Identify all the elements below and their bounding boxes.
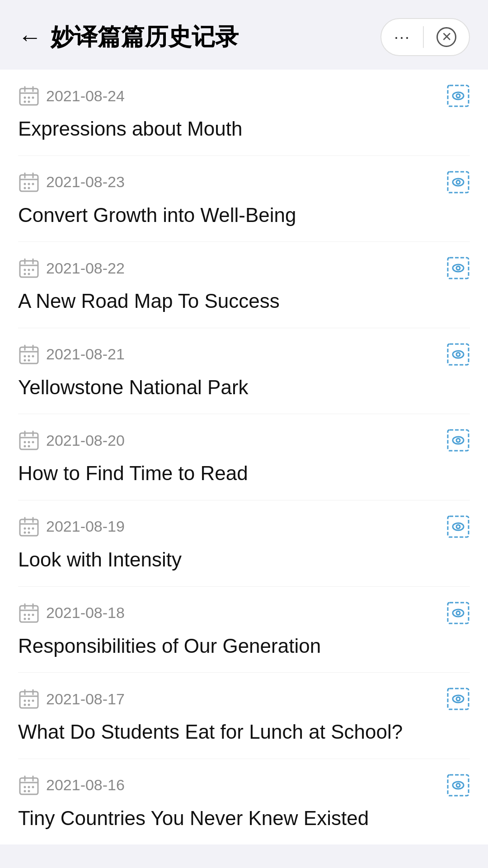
item-meta: 2021-08-24 [18,84,470,108]
svg-rect-69 [448,516,469,537]
history-list: 2021-08-24 Expressions about Mouth [0,70,488,844]
item-date-row: 2021-08-16 [18,774,125,796]
svg-point-7 [24,101,26,103]
svg-point-41 [28,355,30,357]
svg-point-55 [24,445,26,448]
item-title: A New Road Map To Success [18,287,470,315]
page-header: ← 妙译篇篇历史记录 ··· ✕ [0,0,488,65]
svg-point-53 [28,441,30,443]
list-item[interactable]: 2021-08-20 How to Find Time to Read [18,414,470,500]
svg-point-70 [453,523,464,530]
header-left: ← 妙译篇篇历史记录 [18,21,239,53]
svg-point-28 [24,269,26,271]
svg-point-42 [32,355,34,357]
list-item[interactable]: 2021-08-24 Expressions about Mouth [18,70,470,156]
svg-point-59 [456,439,460,442]
svg-rect-33 [448,258,469,278]
eye-icon[interactable] [446,687,470,711]
svg-point-88 [24,700,26,702]
list-item[interactable]: 2021-08-23 Convert Growth into Well-Bein… [18,156,470,242]
calendar-icon [18,257,40,279]
svg-point-77 [28,613,30,616]
svg-point-11 [456,94,460,98]
list-item[interactable]: 2021-08-19 Look with Intensity [18,500,470,587]
list-item[interactable]: 2021-08-16 Tiny Countries You Never Knew… [18,759,470,845]
item-meta: 2021-08-22 [18,256,470,280]
calendar-icon [18,85,40,107]
item-date-row: 2021-08-24 [18,85,125,107]
item-date-row: 2021-08-21 [18,344,125,365]
eye-icon[interactable] [446,429,470,452]
svg-point-100 [24,786,26,788]
svg-point-46 [453,351,464,358]
svg-point-17 [28,183,30,185]
svg-point-78 [32,613,34,616]
svg-point-54 [32,441,34,443]
svg-point-30 [32,269,34,271]
item-date: 2021-08-18 [46,604,125,622]
list-item[interactable]: 2021-08-18 Responsibilities of Our Gener… [18,587,470,673]
svg-point-32 [28,273,30,275]
item-title: Convert Growth into Well-Being [18,201,470,229]
item-date: 2021-08-19 [46,518,125,535]
svg-point-65 [28,527,30,529]
item-date: 2021-08-21 [46,345,125,363]
svg-point-35 [456,266,460,270]
list-item[interactable]: 2021-08-21 Yellowstone National Park [18,328,470,415]
item-meta: 2021-08-23 [18,170,470,194]
eye-icon[interactable] [446,601,470,625]
item-date: 2021-08-23 [46,173,125,191]
svg-point-4 [24,97,26,99]
close-button[interactable]: ✕ [424,19,469,55]
svg-point-29 [28,269,30,271]
svg-point-18 [32,183,34,185]
svg-point-31 [24,273,26,275]
svg-point-10 [453,92,464,99]
eye-icon[interactable] [446,343,470,366]
back-button[interactable]: ← [18,25,42,49]
item-meta: 2021-08-19 [18,515,470,538]
item-title: Yellowstone National Park [18,373,470,401]
item-date: 2021-08-20 [46,432,125,449]
item-title: How to Find Time to Read [18,459,470,487]
list-item[interactable]: 2021-08-22 A New Road Map To Success [18,242,470,328]
calendar-icon [18,774,40,796]
svg-point-34 [453,264,464,272]
svg-point-6 [32,97,34,99]
item-title: What Do Students Eat for Lunch at School… [18,718,470,746]
svg-point-58 [453,437,464,444]
svg-point-71 [456,525,460,528]
item-date-row: 2021-08-19 [18,516,125,538]
svg-point-64 [24,527,26,529]
svg-point-94 [453,695,464,703]
eye-icon[interactable] [446,774,470,797]
list-item[interactable]: 2021-08-17 What Do Students Eat for Lunc… [18,673,470,759]
eye-icon[interactable] [446,515,470,538]
item-meta: 2021-08-20 [18,429,470,452]
more-button[interactable]: ··· [381,19,423,55]
item-meta: 2021-08-18 [18,601,470,625]
calendar-icon [18,344,40,365]
svg-point-20 [28,187,30,189]
svg-point-103 [24,790,26,792]
svg-point-66 [32,527,34,529]
calendar-icon [18,688,40,710]
item-date: 2021-08-24 [46,87,125,105]
svg-point-101 [28,786,30,788]
item-date-row: 2021-08-23 [18,171,125,193]
eye-icon[interactable] [446,170,470,194]
item-date-row: 2021-08-18 [18,602,125,624]
svg-rect-105 [448,775,469,796]
item-date-row: 2021-08-17 [18,688,125,710]
svg-point-82 [453,609,464,617]
item-meta: 2021-08-17 [18,687,470,711]
svg-point-16 [24,183,26,185]
svg-rect-21 [448,172,469,193]
eye-icon[interactable] [446,256,470,280]
svg-point-19 [24,187,26,189]
svg-point-23 [456,180,460,184]
calendar-icon [18,171,40,193]
eye-icon[interactable] [446,84,470,108]
svg-point-68 [28,531,30,533]
svg-point-47 [456,353,460,356]
